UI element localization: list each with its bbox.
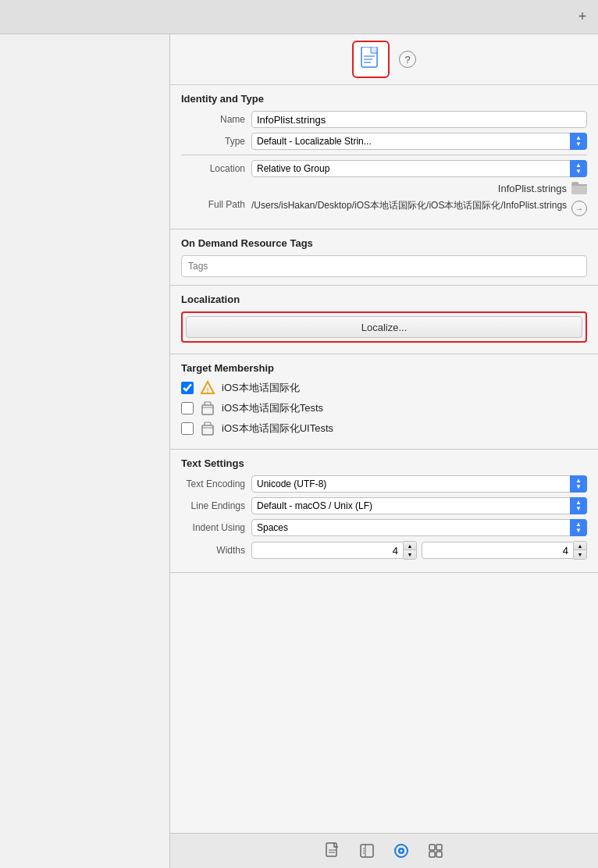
add-button[interactable]: + bbox=[573, 8, 592, 27]
file-row: InfoPlist.strings bbox=[181, 182, 587, 194]
icon-bar: ? bbox=[170, 34, 598, 85]
tags-input[interactable] bbox=[181, 255, 587, 277]
location-select[interactable]: Relative to Group bbox=[251, 160, 587, 177]
widths-pair: ▲ ▼ ▲ ▼ bbox=[251, 541, 587, 560]
target-3-checkbox-wrapper[interactable] bbox=[181, 422, 194, 435]
name-label: Name bbox=[181, 114, 251, 125]
type-row: Type Default - Localizable Strin... ▲ ▼ bbox=[181, 133, 587, 150]
widths-row: Widths ▲ ▼ ▲ ▼ bbox=[181, 541, 587, 560]
name-value bbox=[251, 111, 587, 128]
indent-width-wrapper: ▲ ▼ bbox=[422, 541, 587, 560]
tab-width-input[interactable] bbox=[251, 542, 404, 559]
localize-button[interactable]: Localize... bbox=[186, 316, 582, 338]
localize-section-box: Localize... bbox=[181, 311, 587, 343]
name-input[interactable] bbox=[251, 111, 587, 128]
target-1-checkbox-wrapper[interactable] bbox=[181, 382, 194, 394]
tab-width-stepper: ▲ ▼ bbox=[404, 541, 417, 560]
indent-label: Indent Using bbox=[181, 522, 251, 533]
line-endings-row: Line Endings Default - macOS / Unix (LF)… bbox=[181, 497, 587, 514]
target-1-icon: ! bbox=[200, 380, 215, 396]
localization-section: Localization Localize... bbox=[170, 286, 598, 354]
help-icon[interactable]: ? bbox=[399, 51, 416, 68]
target-3-checkbox[interactable] bbox=[181, 422, 194, 435]
target-row-3: iOS本地话国际化UITests bbox=[181, 421, 587, 436]
svg-rect-22 bbox=[429, 852, 435, 857]
tab-circle-icon[interactable] bbox=[390, 840, 412, 862]
type-select[interactable]: Default - Localizable Strin... bbox=[251, 133, 587, 150]
svg-rect-9 bbox=[202, 425, 213, 435]
document-tab-icon[interactable] bbox=[352, 41, 390, 78]
type-label: Type bbox=[181, 136, 251, 147]
top-bar: + bbox=[0, 0, 598, 34]
svg-point-19 bbox=[400, 850, 403, 852]
line-endings-label: Line Endings bbox=[181, 500, 251, 511]
indent-row: Indent Using Spaces ▲ ▼ bbox=[181, 519, 587, 536]
encoding-label: Text Encoding bbox=[181, 478, 251, 489]
arrow-right-icon: → bbox=[575, 205, 583, 213]
indent-select-wrapper: Spaces ▲ ▼ bbox=[251, 519, 587, 536]
spacer bbox=[170, 573, 598, 833]
identity-header: Identity and Type bbox=[181, 93, 587, 105]
right-panel: ? Identity and Type Name Type Default - … bbox=[170, 34, 598, 868]
full-path-value: /Users/isHakan/Desktop/iOS本地话国际化/iOS本地话国… bbox=[251, 199, 568, 212]
tab-file-icon[interactable] bbox=[322, 840, 343, 862]
svg-rect-21 bbox=[436, 845, 442, 850]
tab-inspector-icon[interactable] bbox=[356, 840, 378, 862]
svg-rect-13 bbox=[361, 845, 373, 857]
indent-width-down[interactable]: ▼ bbox=[574, 550, 586, 559]
encoding-row: Text Encoding Unicode (UTF-8) ▲ ▼ bbox=[181, 475, 587, 493]
tab-grid-icon[interactable] bbox=[425, 840, 447, 862]
encoding-select[interactable]: Unicode (UTF-8) bbox=[251, 475, 587, 493]
target-2-icon bbox=[200, 400, 215, 416]
target-membership-header: Target Membership bbox=[181, 362, 587, 374]
tab-width-wrapper: ▲ ▼ bbox=[251, 541, 417, 560]
svg-text:!: ! bbox=[207, 386, 209, 394]
target-2-checkbox[interactable] bbox=[181, 402, 194, 414]
svg-rect-23 bbox=[436, 852, 442, 857]
target-row-2: iOS本地话国际化Tests bbox=[181, 400, 587, 416]
location-select-wrapper: Relative to Group ▲ ▼ bbox=[251, 160, 587, 177]
indent-width-up[interactable]: ▲ bbox=[574, 542, 586, 550]
indent-select[interactable]: Spaces bbox=[251, 519, 587, 536]
location-label: Location bbox=[181, 163, 251, 174]
text-settings-section: Text Settings Text Encoding Unicode (UTF… bbox=[170, 450, 598, 573]
target-1-label: iOS本地话国际化 bbox=[222, 381, 300, 395]
location-row: Location Relative to Group ▲ ▼ bbox=[181, 160, 587, 177]
folder-icon[interactable] bbox=[571, 182, 587, 194]
target-1-checkbox[interactable] bbox=[181, 382, 194, 394]
resource-tags-section: On Demand Resource Tags bbox=[170, 229, 598, 286]
full-path-label: Full Path bbox=[181, 199, 251, 210]
identity-section: Identity and Type Name Type Default - Lo… bbox=[170, 85, 598, 229]
widths-label: Widths bbox=[181, 545, 251, 556]
localization-header: Localization bbox=[181, 293, 587, 305]
type-select-wrapper: Default - Localizable Strin... ▲ ▼ bbox=[251, 133, 587, 150]
svg-rect-20 bbox=[429, 845, 435, 850]
navigate-arrow-icon[interactable]: → bbox=[571, 201, 587, 216]
left-panel bbox=[0, 34, 170, 868]
name-row: Name bbox=[181, 111, 587, 128]
target-3-icon bbox=[200, 421, 215, 436]
indent-width-stepper: ▲ ▼ bbox=[574, 541, 587, 560]
line-endings-select-wrapper: Default - macOS / Unix (LF) ▲ ▼ bbox=[251, 497, 587, 514]
svg-rect-8 bbox=[202, 405, 213, 414]
target-2-label: iOS本地话国际化Tests bbox=[222, 401, 323, 415]
tab-width-up[interactable]: ▲ bbox=[404, 542, 416, 550]
file-name-text: InfoPlist.strings bbox=[251, 183, 567, 194]
target-row-1: ! iOS本地话国际化 bbox=[181, 380, 587, 396]
line-endings-select[interactable]: Default - macOS / Unix (LF) bbox=[251, 497, 587, 514]
text-settings-header: Text Settings bbox=[181, 457, 587, 469]
full-path-row: Full Path /Users/isHakan/Desktop/iOS本地话国… bbox=[181, 199, 587, 216]
target-3-label: iOS本地话国际化UITests bbox=[222, 422, 333, 436]
tab-width-down[interactable]: ▼ bbox=[404, 550, 416, 559]
svg-rect-1 bbox=[371, 47, 377, 53]
target-membership-section: Target Membership ! iOS本地话国际化 bbox=[170, 354, 598, 450]
resource-tags-header: On Demand Resource Tags bbox=[181, 237, 587, 249]
indent-width-input[interactable] bbox=[422, 542, 574, 559]
target-2-checkbox-wrapper[interactable] bbox=[181, 402, 194, 414]
bottom-tab-bar bbox=[170, 833, 598, 868]
encoding-select-wrapper: Unicode (UTF-8) ▲ ▼ bbox=[251, 475, 587, 493]
